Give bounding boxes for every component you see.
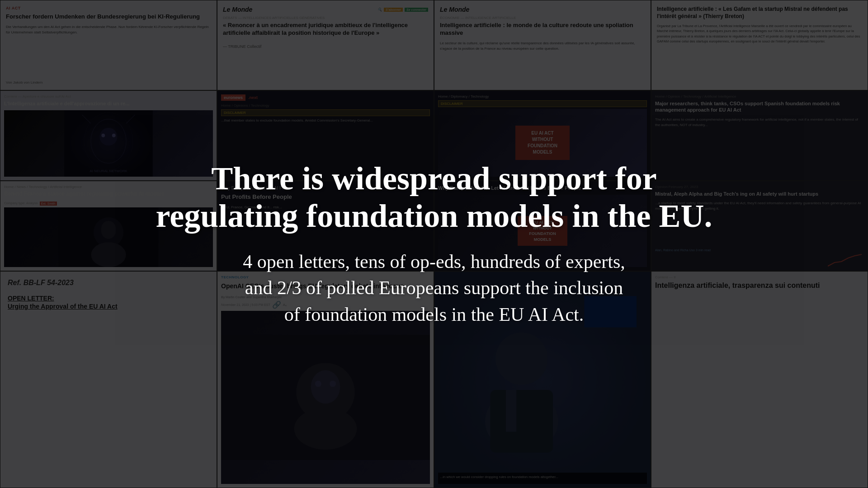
main-headline: There is widespread support for regulati… bbox=[156, 160, 712, 235]
subheadline-line1: 4 open letters, tens of op-eds, hundreds… bbox=[243, 251, 625, 272]
sub-headline: 4 open letters, tens of op-eds, hundreds… bbox=[243, 249, 625, 328]
headline-line2: regulating foundation models in the EU. bbox=[156, 198, 712, 234]
overlay: There is widespread support for regulati… bbox=[0, 0, 868, 488]
subheadline-line2: and 2/3 of polled Europeans support the … bbox=[245, 277, 623, 298]
headline-line1: There is widespread support for bbox=[211, 160, 656, 197]
subheadline-line3: of foundation models in the EU AI Act. bbox=[284, 304, 584, 325]
